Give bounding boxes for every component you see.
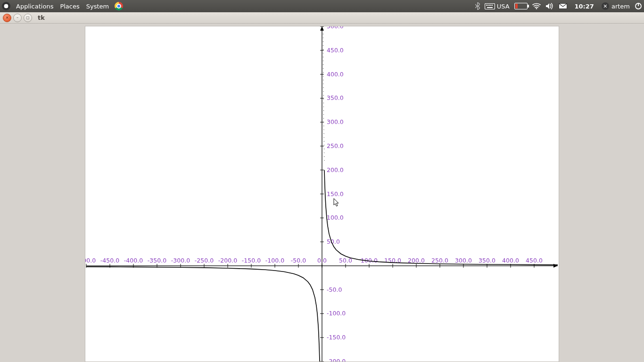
clock[interactable]: 10:27 <box>572 3 597 10</box>
chrome-launcher-icon[interactable] <box>115 2 123 10</box>
desktop: -500.0-450.0-400.0-350.0-300.0-250.0-200… <box>0 24 644 362</box>
svg-rect-4 <box>490 5 491 6</box>
x-tick-label: 350.0 <box>479 257 495 264</box>
ubuntu-logo-icon[interactable] <box>2 2 10 10</box>
y-tick-label: 500.0 <box>327 26 344 30</box>
y-tick-label: -50.0 <box>327 286 342 293</box>
y-tick-label: 400.0 <box>327 71 344 78</box>
svg-rect-6 <box>487 7 493 8</box>
y-tick-label: 50.0 <box>327 238 340 245</box>
window-minimize-button[interactable]: – <box>13 14 22 22</box>
x-tick-label: 250.0 <box>431 257 448 264</box>
y-tick-label: 150.0 <box>327 190 344 197</box>
svg-rect-5 <box>492 5 493 6</box>
window-title-bar: ✕ – ▢ tk <box>0 12 644 24</box>
x-tick-label: -50.0 <box>291 257 306 264</box>
x-tick-label: 300.0 <box>455 257 472 264</box>
window-title: tk <box>38 14 45 21</box>
menu-places[interactable]: Places <box>57 3 82 10</box>
plot-canvas: -500.0-450.0-400.0-350.0-300.0-250.0-200… <box>85 26 559 362</box>
y-tick-label: -200.0 <box>327 358 346 362</box>
svg-rect-1 <box>486 5 487 6</box>
x-tick-label: -500.0 <box>85 257 96 264</box>
keyboard-layout-indicator[interactable]: USA <box>485 3 510 10</box>
volume-icon[interactable] <box>545 3 554 9</box>
window-maximize-button[interactable]: ▢ <box>24 14 32 22</box>
wifi-icon[interactable] <box>532 3 541 9</box>
user-badge-icon: ✕ <box>602 2 609 10</box>
x-tick-label: 0.0 <box>317 257 327 264</box>
keyboard-layout-label: USA <box>497 3 510 10</box>
mail-icon[interactable] <box>559 3 567 9</box>
bluetooth-icon[interactable] <box>475 2 480 10</box>
window-close-button[interactable]: ✕ <box>3 14 11 22</box>
menu-system[interactable]: System <box>83 3 112 10</box>
y-tick-label: -100.0 <box>327 310 346 317</box>
svg-point-7 <box>536 8 537 9</box>
y-tick-label: 350.0 <box>327 94 344 101</box>
x-tick-label: -300.0 <box>171 257 190 264</box>
x-tick-label: -400.0 <box>124 257 143 264</box>
x-tick-label: -450.0 <box>100 257 119 264</box>
user-menu[interactable]: ✕ artem <box>602 2 630 10</box>
x-tick-label: 400.0 <box>502 257 519 264</box>
y-tick-label: 250.0 <box>327 142 344 149</box>
x-tick-label: -350.0 <box>148 257 166 264</box>
menu-applications[interactable]: Applications <box>13 3 56 10</box>
y-tick-label: 200.0 <box>327 166 344 173</box>
x-tick-label: -250.0 <box>195 257 214 264</box>
y-tick-label: 300.0 <box>327 118 344 125</box>
curve-dotted-extension <box>323 26 324 160</box>
username-label: artem <box>611 3 630 10</box>
y-tick-label: -150.0 <box>327 334 346 341</box>
y-tick-label: 450.0 <box>327 47 344 54</box>
svg-rect-0 <box>485 3 495 9</box>
x-tick-label: -200.0 <box>218 257 237 264</box>
svg-rect-2 <box>487 5 488 6</box>
curve-negative-branch <box>86 267 320 362</box>
battery-icon[interactable] <box>514 3 528 9</box>
gnome-top-panel: Applications Places System USA 10:27 ✕ a… <box>0 0 644 12</box>
plot-window: -500.0-450.0-400.0-350.0-300.0-250.0-200… <box>85 26 559 362</box>
curve-positive-branch <box>324 170 558 265</box>
svg-rect-3 <box>489 5 490 6</box>
x-tick-label: -150.0 <box>242 257 261 264</box>
x-tick-label: -100.0 <box>265 257 284 264</box>
y-tick-label: 100.0 <box>327 214 344 221</box>
x-tick-label: 450.0 <box>526 257 543 264</box>
power-icon[interactable] <box>635 2 642 10</box>
